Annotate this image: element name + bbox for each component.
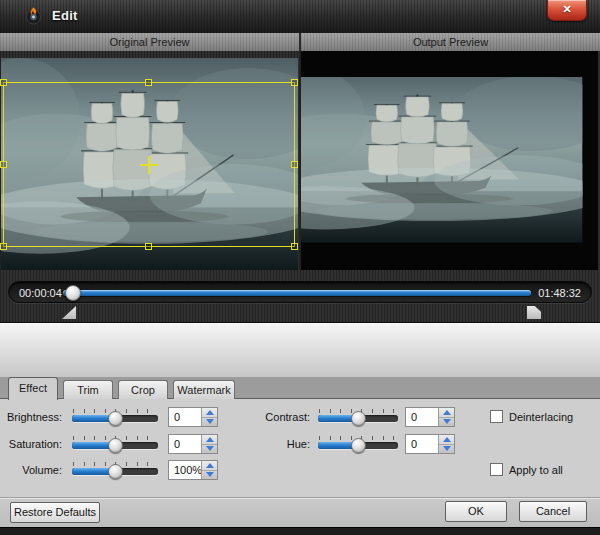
edit-dialog: Edit ✕ Original Preview Output Preview	[0, 0, 600, 535]
window-title: Edit	[52, 8, 78, 23]
elapsed-time: 00:00:04	[19, 282, 62, 304]
brightness-label: Brightness:	[0, 411, 62, 423]
hue-spinbox: 0	[405, 434, 455, 454]
ok-button[interactable]: OK	[445, 501, 507, 522]
slider-handle[interactable]	[351, 438, 366, 453]
deinterlacing-checkbox[interactable]: Deinterlacing	[490, 410, 573, 423]
crop-center-crosshair	[148, 156, 150, 174]
brightness-row: Brightness: 0	[0, 406, 218, 428]
output-preview-video	[301, 51, 598, 270]
brightness-spinbox: 0	[168, 407, 218, 427]
saturation-row: Saturation: 0	[0, 433, 218, 455]
volume-spinbox: 100%	[168, 460, 218, 480]
slider-handle[interactable]	[108, 438, 123, 453]
app-logo-icon	[25, 7, 42, 25]
slider-handle[interactable]	[108, 464, 123, 479]
brightness-slider[interactable]	[72, 406, 158, 428]
crop-handle-mid-right[interactable]	[291, 161, 298, 168]
seek-bar: 00:00:04 01:48:32	[8, 281, 592, 303]
hue-row: Hue: 0	[240, 433, 455, 455]
window-bottom-edge	[0, 527, 600, 535]
spinner-up-icon[interactable]	[202, 435, 217, 445]
saturation-slider[interactable]	[72, 433, 158, 455]
tab-trim[interactable]: Trim	[63, 380, 113, 399]
crop-handle-top-left[interactable]	[0, 79, 7, 86]
spinner-down-icon[interactable]	[202, 418, 217, 427]
contrast-spinbox: 0	[405, 407, 455, 427]
preview-headers: Original Preview Output Preview	[0, 33, 600, 51]
output-preview-header: Output Preview	[301, 33, 600, 51]
saturation-spinbox: 0	[168, 434, 218, 454]
tab-crop[interactable]: Crop	[118, 380, 168, 399]
crop-handle-bottom-center[interactable]	[145, 243, 152, 250]
slider-handle[interactable]	[351, 411, 366, 426]
hue-slider[interactable]	[318, 433, 398, 455]
cancel-button[interactable]: Cancel	[519, 501, 587, 522]
volume-label: Volume:	[0, 464, 62, 476]
crop-handle-top-right[interactable]	[291, 79, 298, 86]
spinner-down-icon[interactable]	[202, 471, 217, 480]
hue-label: Hue:	[240, 438, 310, 450]
spinner-down-icon[interactable]	[439, 418, 454, 427]
original-preview-header: Original Preview	[0, 33, 299, 51]
crop-handle-mid-left[interactable]	[0, 161, 7, 168]
spinner-up-icon[interactable]	[202, 408, 217, 418]
duration-time: 01:48:32	[538, 282, 581, 304]
contrast-value[interactable]: 0	[406, 408, 438, 426]
hue-value[interactable]: 0	[406, 435, 438, 453]
spinner-up-icon[interactable]	[439, 435, 454, 445]
checkbox-icon[interactable]	[490, 410, 503, 423]
crop-handle-bottom-left[interactable]	[0, 243, 7, 250]
crop-selection-box[interactable]	[3, 82, 295, 247]
tab-effect[interactable]: Effect	[8, 377, 58, 400]
transport-bar: ▶ ▶▶ [▶] ■ [ 00:00:00 01:48:32 ]	[0, 322, 600, 377]
apply-to-all-label: Apply to all	[509, 464, 563, 476]
volume-row: Volume: 100%	[0, 459, 218, 481]
deinterlacing-label: Deinterlacing	[509, 411, 573, 423]
title-bar: Edit ✕	[0, 0, 600, 33]
contrast-label: Contrast:	[240, 411, 310, 423]
contrast-slider[interactable]	[318, 406, 398, 428]
tab-strip: Effect Trim Crop Watermark	[0, 377, 600, 399]
effect-panel: Brightness: 0 Saturation: 0	[0, 399, 600, 497]
spinner-down-icon[interactable]	[439, 445, 454, 454]
seek-handle[interactable]	[65, 285, 81, 301]
slider-handle[interactable]	[108, 411, 123, 426]
crop-handle-top-center[interactable]	[145, 79, 152, 86]
tab-watermark[interactable]: Watermark	[173, 380, 235, 399]
volume-value[interactable]: 100%	[169, 461, 201, 479]
saturation-value[interactable]: 0	[169, 435, 201, 453]
crop-handle-bottom-right[interactable]	[291, 243, 298, 250]
contrast-row: Contrast: 0	[240, 406, 455, 428]
spinner-up-icon[interactable]	[439, 408, 454, 418]
volume-effect-slider[interactable]	[72, 459, 158, 481]
seek-track[interactable]	[63, 290, 531, 296]
brightness-value[interactable]: 0	[169, 408, 201, 426]
restore-defaults-button[interactable]: Restore Defaults	[10, 502, 100, 523]
saturation-label: Saturation:	[0, 438, 62, 450]
spinner-down-icon[interactable]	[202, 445, 217, 454]
checkbox-icon[interactable]	[490, 463, 503, 476]
close-button[interactable]: ✕	[547, 0, 587, 21]
footer-bar: Restore Defaults OK Cancel	[0, 497, 600, 527]
apply-to-all-checkbox[interactable]: Apply to all	[490, 463, 563, 476]
seek-row: 00:00:04 01:48:32	[0, 270, 600, 322]
preview-area	[0, 51, 600, 270]
spinner-up-icon[interactable]	[202, 461, 217, 471]
